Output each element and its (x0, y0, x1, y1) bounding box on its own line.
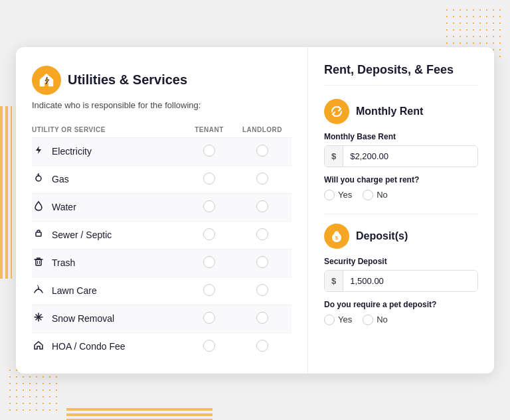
utility-label-lawncare: Lawn Care (52, 285, 97, 296)
decorative-stripes-left (0, 106, 12, 279)
tenant-radio-cell-trash[interactable] (185, 249, 238, 277)
section-header: Utilities & Services (32, 66, 292, 95)
landlord-radio-electricity[interactable] (256, 145, 268, 157)
tenant-radio-cell-electricity[interactable] (185, 137, 238, 165)
landlord-radio-cell-electricity[interactable] (238, 137, 292, 165)
tenant-radio-cell-gas[interactable] (185, 165, 238, 193)
landlord-radio-sewer[interactable] (256, 228, 268, 240)
landlord-radio-cell-water[interactable] (238, 193, 292, 221)
monthly-rent-icon-wrap (324, 99, 349, 124)
pet-rent-yes-radio[interactable] (324, 190, 335, 200)
pet-deposit-yes-text: Yes (338, 315, 352, 324)
panel-divider (324, 214, 478, 214)
utility-cell-electricity: Electricity (32, 137, 185, 165)
utility-cell-trash: Trash (32, 249, 185, 277)
svg-marker-0 (36, 146, 41, 154)
utility-table: Utility or Service Tenant Landlord Elect… (32, 122, 292, 360)
utility-cell-water: Water (32, 193, 185, 221)
deposits-section: $ Deposit(s) Security Deposit $ Do you r… (324, 224, 478, 325)
tenant-radio-gas[interactable] (203, 173, 215, 184)
bolt-icon (32, 145, 45, 158)
monthly-rent-icon (329, 104, 344, 119)
table-row: Trash (32, 249, 292, 277)
table-row: HOA / Condo Fee (32, 332, 292, 360)
table-row: Lawn Care (32, 277, 292, 305)
base-rent-prefix: $ (325, 146, 343, 167)
security-deposit-label: Security Deposit (324, 257, 478, 266)
svg-rect-3 (36, 259, 41, 265)
decorative-dots-bl (7, 367, 60, 413)
security-deposit-prefix: $ (325, 271, 343, 291)
pet-rent-no-label[interactable]: No (363, 190, 388, 200)
utility-label-hoa: HOA / Condo Fee (52, 341, 126, 352)
utilities-icon-wrap (32, 66, 61, 95)
svg-text:$: $ (335, 234, 339, 240)
tenant-radio-cell-sewer[interactable] (185, 221, 238, 249)
landlord-radio-gas[interactable] (256, 173, 268, 184)
svg-point-1 (36, 176, 41, 181)
utility-label-electricity: Electricity (52, 146, 92, 157)
utility-cell-sewer: Sewer / Septic (32, 221, 185, 249)
pet-rent-no-radio[interactable] (363, 190, 373, 200)
pet-deposit-no-label[interactable]: No (363, 315, 388, 325)
svg-rect-2 (36, 232, 41, 236)
tenant-radio-electricity[interactable] (203, 145, 215, 157)
tenant-radio-cell-water[interactable] (185, 193, 238, 221)
section-subtitle: Indicate who is responsible for the foll… (32, 100, 292, 110)
tenant-radio-cell-hoa[interactable] (185, 332, 238, 360)
left-panel: Utilities & Services Indicate who is res… (16, 47, 308, 374)
landlord-radio-cell-lawncare[interactable] (238, 277, 292, 305)
tenant-radio-lawncare[interactable] (203, 284, 215, 296)
right-panel-title: Rent, Deposits, & Fees (324, 63, 478, 86)
landlord-radio-lawncare[interactable] (256, 284, 268, 296)
tenant-radio-sewer[interactable] (203, 228, 215, 240)
pet-rent-yes-label[interactable]: Yes (324, 190, 352, 200)
landlord-radio-cell-hoa[interactable] (238, 332, 292, 360)
landlord-radio-snow[interactable] (256, 312, 268, 324)
lawn-icon (32, 284, 45, 297)
security-deposit-input[interactable] (343, 271, 477, 291)
utility-label-gas: Gas (52, 174, 69, 184)
security-deposit-input-wrap: $ (324, 270, 478, 292)
hoa-icon (32, 340, 45, 353)
base-rent-input-wrap: $ (324, 145, 478, 167)
landlord-radio-cell-gas[interactable] (238, 165, 292, 193)
utility-cell-gas: Gas (32, 165, 185, 193)
pet-deposit-yes-label[interactable]: Yes (324, 315, 352, 325)
deposits-title: Deposit(s) (356, 230, 408, 242)
base-rent-input[interactable] (343, 146, 477, 167)
pet-rent-radio-group: Yes No (324, 190, 478, 200)
utility-label-snow: Snow Removal (52, 313, 114, 324)
utility-label-sewer: Sewer / Septic (52, 230, 112, 240)
tenant-radio-snow[interactable] (203, 312, 215, 324)
pet-deposit-yes-radio[interactable] (324, 315, 335, 325)
tenant-radio-hoa[interactable] (203, 340, 215, 352)
landlord-radio-cell-sewer[interactable] (238, 221, 292, 249)
trash-icon (32, 256, 45, 269)
table-row: Sewer / Septic (32, 221, 292, 249)
col-header-utility: Utility or Service (32, 122, 185, 138)
utility-cell-snow: Snow Removal (32, 305, 185, 332)
landlord-radio-hoa[interactable] (256, 340, 268, 352)
monthly-rent-section: Monthly Rent Monthly Base Rent $ Will yo… (324, 99, 478, 200)
utility-cell-hoa: HOA / Condo Fee (32, 332, 185, 360)
water-icon (32, 200, 45, 214)
tenant-radio-water[interactable] (203, 200, 215, 212)
deposits-icon: $ (329, 229, 344, 244)
utility-label-trash: Trash (52, 257, 75, 268)
base-rent-label: Monthly Base Rent (324, 132, 478, 141)
deposits-icon-wrap: $ (324, 224, 349, 249)
utilities-icon (38, 72, 55, 89)
table-row: Gas (32, 165, 292, 193)
landlord-radio-cell-trash[interactable] (238, 249, 292, 277)
pet-deposit-no-radio[interactable] (363, 315, 373, 325)
pet-deposit-radio-group: Yes No (324, 315, 478, 325)
tenant-radio-cell-snow[interactable] (185, 305, 238, 332)
tenant-radio-cell-lawncare[interactable] (185, 277, 238, 305)
landlord-radio-water[interactable] (256, 200, 268, 212)
landlord-radio-trash[interactable] (256, 256, 268, 268)
right-panel: Rent, Deposits, & Fees Monthly Rent Mont… (308, 47, 494, 374)
landlord-radio-cell-snow[interactable] (238, 305, 292, 332)
decorative-stripes-bottom (66, 408, 212, 420)
tenant-radio-trash[interactable] (203, 256, 215, 268)
